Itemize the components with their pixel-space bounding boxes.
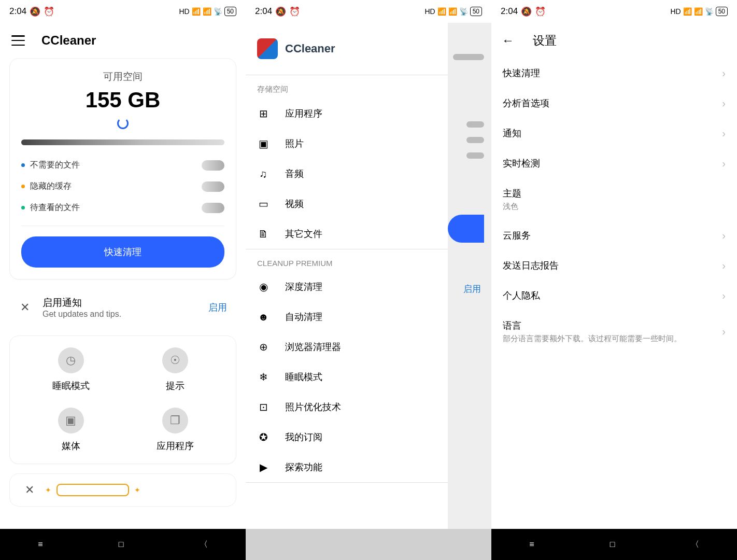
status-time: 2:04 bbox=[501, 6, 518, 17]
drawer-item[interactable]: ▶探索功能 bbox=[246, 452, 448, 482]
chevron-right-icon: › bbox=[722, 326, 726, 338]
settings-item[interactable]: 发送日志报告› bbox=[491, 250, 737, 281]
drawer-item[interactable]: ▭视频 bbox=[246, 189, 448, 219]
loading-spinner-icon bbox=[117, 118, 129, 129]
legend-label: 待查看的文件 bbox=[30, 202, 80, 213]
bulb-icon: ☉ bbox=[162, 347, 188, 373]
settings-item[interactable]: 分析首选项› bbox=[491, 88, 737, 118]
chevron-right-icon: › bbox=[722, 290, 726, 302]
drawer-item-label: 浏览器清理器 bbox=[285, 341, 341, 353]
drawer-item-label: 其它文件 bbox=[285, 228, 322, 240]
brand-name: CCleaner bbox=[285, 42, 335, 55]
menu-icon[interactable] bbox=[11, 35, 25, 46]
settings-item-sub: 部分语言需要额外下载。该过程可能需要一些时间。 bbox=[503, 334, 682, 344]
tile-label: 睡眠模式 bbox=[52, 380, 90, 392]
promo-card[interactable]: ✕ ✦ ✦ bbox=[9, 473, 236, 507]
tile-tips[interactable]: ☉ 提示 bbox=[125, 347, 224, 392]
dimmed-background[interactable]: 启用 bbox=[448, 23, 491, 529]
drawer-item[interactable]: ⊞应用程序 bbox=[246, 99, 448, 129]
back-arrow-icon[interactable]: ← bbox=[502, 33, 514, 48]
phone-main: 2:04 🔕 ⏰ HD 📶 📶 📡 50 CCleaner 可用空间 155 G… bbox=[0, 0, 246, 560]
status-time: 2:04 bbox=[255, 6, 272, 17]
drawer-item-icon: ▣ bbox=[257, 137, 270, 150]
legend-row: 待查看的文件 bbox=[21, 197, 224, 218]
legend-pill bbox=[202, 203, 224, 213]
settings-item-label: 快速清理 bbox=[503, 67, 540, 79]
tile-label: 提示 bbox=[166, 380, 185, 392]
storage-bar bbox=[21, 139, 224, 145]
hd-icon: HD bbox=[179, 7, 189, 16]
drawer-item-label: 探索功能 bbox=[285, 461, 322, 473]
wifi-icon: 📡 bbox=[214, 7, 222, 16]
tile-sleep[interactable]: ◷ 睡眠模式 bbox=[21, 347, 120, 392]
nav-bar: ≡ □ 〈 bbox=[0, 529, 246, 560]
nav-back-icon[interactable]: 〈 bbox=[200, 539, 208, 550]
drawer-item[interactable]: ⊕浏览器清理器 bbox=[246, 332, 448, 362]
chevron-right-icon: › bbox=[722, 158, 726, 170]
settings-item[interactable]: 语言部分语言需要额外下载。该过程可能需要一些时间。› bbox=[491, 311, 737, 353]
settings-item-label: 云服务 bbox=[503, 229, 531, 242]
nav-recent-icon[interactable]: ≡ bbox=[529, 540, 534, 549]
dnd-icon: 🔕 bbox=[521, 6, 532, 17]
settings-item[interactable]: 个人隐私› bbox=[491, 281, 737, 311]
settings-item-sub: 浅色 bbox=[503, 202, 521, 212]
alarm-icon: ⏰ bbox=[289, 6, 300, 17]
settings-item-label: 语言 bbox=[503, 319, 682, 332]
nav-back-icon[interactable]: 〈 bbox=[691, 539, 699, 550]
signal-icon-2: 📶 bbox=[694, 7, 703, 16]
alarm-icon: ⏰ bbox=[44, 6, 54, 17]
app-title: CCleaner bbox=[41, 33, 96, 48]
drawer-item-icon: ☻ bbox=[257, 311, 270, 323]
dnd-icon: 🔕 bbox=[275, 6, 286, 17]
settings-item[interactable]: 主题浅色 bbox=[491, 178, 737, 220]
alarm-icon: ⏰ bbox=[535, 6, 546, 17]
dot-icon bbox=[21, 206, 25, 209]
chevron-right-icon: › bbox=[722, 67, 726, 79]
drawer-item[interactable]: ◉深度清理 bbox=[246, 272, 448, 302]
legend-pill bbox=[202, 160, 224, 171]
tile-label: 应用程序 bbox=[157, 440, 194, 452]
drawer-section-label: CLEANUP PREMIUM bbox=[246, 249, 448, 272]
dot-icon bbox=[21, 185, 25, 188]
drawer-item[interactable]: ✪我的订阅 bbox=[246, 422, 448, 452]
tools-card: ◷ 睡眠模式 ☉ 提示 ▣ 媒体 ❐ 应用程序 bbox=[9, 335, 236, 464]
drawer-item[interactable]: ☻自动清理 bbox=[246, 302, 448, 332]
settings-item[interactable]: 实时检测› bbox=[491, 148, 737, 178]
signal-icon-2: 📶 bbox=[448, 7, 457, 16]
drawer-item-icon: ✪ bbox=[257, 431, 270, 443]
settings-item-label: 个人隐私 bbox=[503, 289, 540, 302]
hd-icon: HD bbox=[670, 7, 681, 16]
settings-item[interactable]: 通知› bbox=[491, 118, 737, 148]
drawer-item[interactable]: ▣照片 bbox=[246, 129, 448, 159]
notif-sub: Get updates and tips. bbox=[42, 310, 201, 319]
nav-recent-icon[interactable]: ≡ bbox=[38, 540, 42, 549]
tile-apps[interactable]: ❐ 应用程序 bbox=[125, 408, 224, 452]
drawer-item-label: 我的订阅 bbox=[285, 431, 322, 443]
signal-icon: 📶 bbox=[192, 7, 201, 16]
phone-drawer: 2:04 🔕 ⏰ HD 📶 📶 📡 50 启用 CCleaner 存储空间⊞应用… bbox=[246, 0, 491, 560]
drawer-item-icon: ❄ bbox=[257, 371, 270, 383]
close-icon[interactable]: ✕ bbox=[15, 301, 35, 314]
nav-home-icon[interactable]: □ bbox=[119, 540, 124, 549]
phone-outline-icon bbox=[56, 484, 129, 496]
drawer-item[interactable]: ❄睡眠模式 bbox=[246, 362, 448, 392]
drawer-item[interactable]: ⊡照片优化技术 bbox=[246, 392, 448, 422]
battery-icon: 50 bbox=[716, 7, 728, 16]
status-bar: 2:04 🔕 ⏰ HD 📶 📶 📡 50 bbox=[246, 0, 491, 23]
settings-item[interactable]: 云服务› bbox=[491, 220, 737, 250]
quick-clean-button[interactable]: 快速清理 bbox=[21, 236, 224, 268]
signal-icon: 📶 bbox=[437, 7, 446, 16]
tile-label: 媒体 bbox=[62, 440, 80, 452]
chevron-right-icon: › bbox=[722, 230, 726, 242]
drawer-item[interactable]: ♫音频 bbox=[246, 159, 448, 189]
nav-home-icon[interactable]: □ bbox=[610, 540, 615, 549]
enable-notif-banner: ✕ 启用通知 Get updates and tips. 启用 bbox=[9, 289, 236, 326]
drawer-item[interactable]: 🗎其它文件 bbox=[246, 219, 448, 249]
hd-icon: HD bbox=[424, 7, 435, 16]
bg-clean-button bbox=[448, 215, 484, 243]
settings-item-label: 分析首选项 bbox=[503, 97, 549, 109]
close-icon[interactable]: ✕ bbox=[19, 483, 40, 497]
settings-item[interactable]: 快速清理› bbox=[491, 58, 737, 88]
enable-button[interactable]: 启用 bbox=[208, 301, 227, 314]
tile-media[interactable]: ▣ 媒体 bbox=[21, 408, 120, 452]
